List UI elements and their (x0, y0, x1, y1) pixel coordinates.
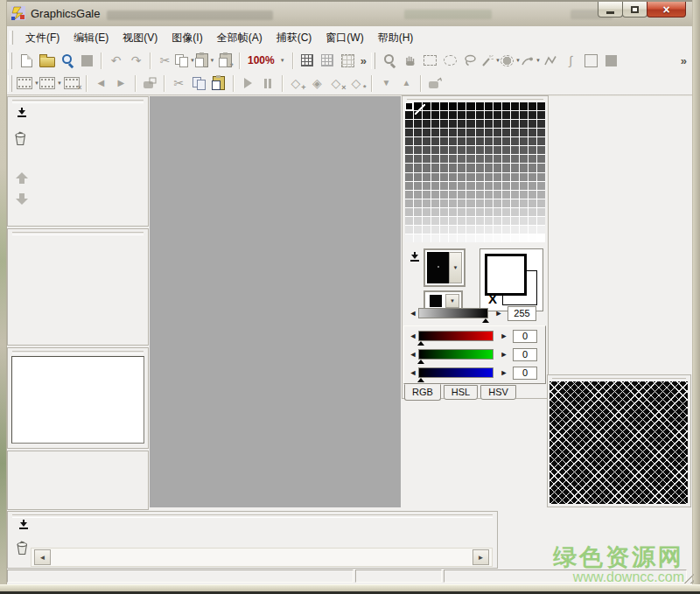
titlebar[interactable]: GraphicsGale × (6, 2, 693, 26)
paste-button[interactable]: ▼ (195, 51, 215, 70)
move-frame-down-button[interactable] (16, 193, 28, 205)
move-frame-up-button[interactable] (16, 172, 28, 184)
palette-swatch[interactable] (414, 234, 422, 242)
palette-swatch[interactable] (511, 111, 519, 119)
palette-swatch[interactable] (414, 164, 422, 171)
palette-swatch[interactable] (520, 173, 528, 181)
palette-swatch[interactable] (414, 182, 422, 190)
palette-swatch[interactable] (405, 208, 413, 216)
palette-swatch[interactable] (405, 234, 413, 242)
palette-swatch[interactable] (528, 111, 536, 119)
palette-swatch[interactable] (494, 111, 501, 119)
green-slider[interactable] (418, 349, 494, 360)
palette-swatch[interactable] (440, 217, 448, 225)
menu-view[interactable]: 视图(V) (116, 28, 164, 48)
palette-swatch[interactable] (431, 164, 439, 171)
palette-swatch[interactable] (414, 146, 422, 154)
palette-swatch[interactable] (494, 155, 501, 163)
palette-swatch[interactable] (423, 164, 430, 171)
scroll-right-button[interactable]: ► (472, 549, 489, 565)
palette-swatch[interactable] (485, 102, 493, 110)
palette-swatch[interactable] (520, 146, 528, 154)
alpha-slider[interactable] (418, 308, 488, 318)
palette-swatch[interactable] (423, 208, 430, 216)
palette-swatch[interactable] (494, 191, 501, 199)
palette-swatch[interactable] (528, 120, 536, 128)
palette-swatch[interactable] (458, 226, 466, 234)
red-slider-marker[interactable] (417, 341, 424, 346)
palette-swatch[interactable] (414, 137, 422, 145)
palette-swatch[interactable] (440, 191, 448, 199)
alpha-decrease-button[interactable]: ◄ (408, 309, 418, 318)
blue-increase-button[interactable]: ► (499, 368, 509, 377)
palette-swatch[interactable] (440, 111, 448, 119)
palette-swatch[interactable] (511, 102, 519, 110)
palette-swatch[interactable] (449, 146, 457, 154)
menu-edit[interactable]: 编辑(E) (66, 28, 116, 48)
palette-swatch[interactable] (537, 120, 545, 128)
palette-swatch[interactable] (537, 155, 545, 163)
palette-swatch[interactable] (476, 137, 484, 145)
dock-arrow-icon[interactable] (17, 108, 27, 117)
palette-swatch[interactable] (458, 102, 466, 110)
polyline-tool-button[interactable] (541, 51, 561, 70)
palette-swatch[interactable] (458, 129, 466, 136)
zoom-level-dropdown[interactable]: 100% ▼ (244, 52, 289, 68)
palette-swatch[interactable] (466, 120, 474, 128)
palette-swatch[interactable] (520, 137, 528, 145)
palette-swatch[interactable] (494, 217, 501, 225)
rect-fill-tool-button[interactable] (601, 51, 621, 70)
palette-swatch[interactable] (440, 182, 448, 190)
palette-swatch[interactable] (440, 164, 448, 171)
palette-swatch[interactable] (431, 146, 439, 154)
palette-swatch[interactable] (520, 199, 528, 207)
palette-swatch[interactable] (449, 102, 457, 110)
palette-swatch[interactable] (449, 129, 457, 136)
alpha-value-input[interactable]: 255 (508, 306, 536, 321)
palette-swatch[interactable] (431, 129, 439, 136)
palette-swatch[interactable] (520, 217, 528, 225)
palette-swatch[interactable] (494, 173, 501, 181)
palette-swatch[interactable] (440, 226, 448, 234)
palette-swatch[interactable] (528, 217, 536, 225)
palette-swatch[interactable] (528, 191, 536, 199)
palette-swatch[interactable] (520, 129, 528, 136)
palette-swatch[interactable] (431, 120, 439, 128)
palette-swatch[interactable] (405, 199, 413, 207)
palette-swatch[interactable] (485, 217, 493, 225)
trash-icon[interactable] (13, 130, 28, 150)
palette-swatch[interactable] (414, 208, 422, 216)
palette-swatch[interactable] (440, 199, 448, 207)
palette-swatch[interactable] (485, 226, 493, 234)
palette-swatch[interactable] (476, 155, 484, 163)
move-layer-down-button[interactable]: ▼ (376, 73, 396, 93)
palette-swatch[interactable] (511, 208, 519, 216)
palette-swatch[interactable] (405, 164, 413, 171)
paste-special-button[interactable]: * (215, 51, 235, 70)
paste-frame-button[interactable] (209, 73, 229, 93)
palette-swatch[interactable] (423, 173, 430, 181)
palette-swatch[interactable] (431, 182, 439, 190)
color-switcher[interactable]: X (480, 248, 543, 311)
panel-grab-bar[interactable] (12, 100, 144, 103)
menu-image[interactable]: 图像(I) (164, 28, 209, 48)
palette-swatch[interactable] (528, 208, 536, 216)
palette-swatch[interactable] (431, 234, 439, 242)
palette-swatch[interactable] (485, 173, 493, 181)
palette-swatch[interactable] (537, 234, 545, 242)
palette-swatch[interactable] (520, 111, 528, 119)
palette-swatch[interactable] (520, 120, 528, 128)
next-frame-button[interactable]: ▶ (111, 73, 131, 93)
palette-swatch[interactable] (476, 217, 484, 225)
palette-swatch[interactable] (494, 102, 501, 110)
toolbar-gripper[interactable] (8, 75, 12, 92)
tab-rgb[interactable]: RGB (404, 384, 441, 401)
palette-swatch[interactable] (485, 164, 493, 171)
palette-swatch[interactable] (458, 199, 466, 207)
palette-swatch[interactable] (476, 164, 484, 171)
palette-swatch[interactable] (449, 199, 457, 207)
palette-swatch[interactable] (423, 226, 430, 234)
layer-properties-button[interactable]: ◈ (307, 73, 327, 93)
copy-frame-button[interactable]: ▼ (39, 73, 62, 93)
pen-tool-button[interactable]: ▼ (521, 51, 541, 70)
